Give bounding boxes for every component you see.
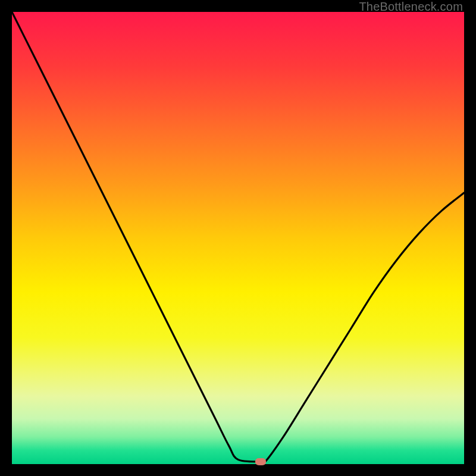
bottleneck-curve <box>12 12 464 464</box>
watermark-text: TheBottleneck.com <box>359 0 463 14</box>
optimal-point-marker <box>255 458 266 465</box>
chart-container: TheBottleneck.com <box>0 0 476 476</box>
